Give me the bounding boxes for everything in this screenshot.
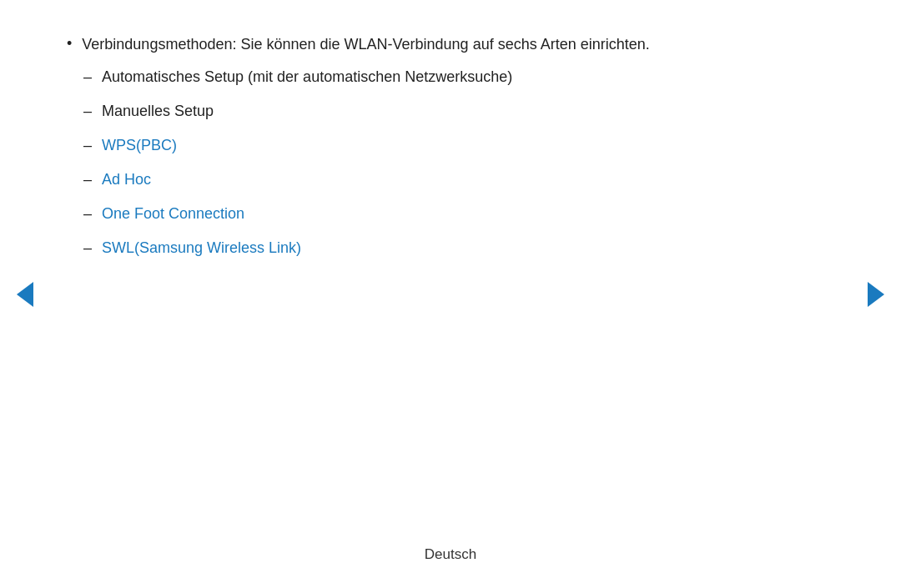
list-item: – Automatisches Setup (mit der automatis… — [83, 66, 834, 88]
language-label: Deutsch — [425, 546, 476, 562]
swl-link[interactable]: SWL(Samsung Wireless Link) — [102, 237, 301, 259]
list-item: – Manuelles Setup — [83, 100, 834, 123]
dash-symbol: – — [83, 203, 92, 225]
dash-symbol: – — [83, 168, 92, 191]
ad-hoc-link[interactable]: Ad Hoc — [102, 168, 151, 191]
page-container: • Verbindungsmethoden: Sie können die WL… — [0, 0, 901, 588]
sub-item-text: Automatisches Setup (mit der automatisch… — [102, 66, 512, 88]
dash-symbol: – — [83, 100, 92, 123]
content-area: • Verbindungsmethoden: Sie können die WL… — [0, 0, 901, 530]
wps-pbc-link[interactable]: WPS(PBC) — [102, 134, 177, 157]
main-bullet-text: Verbindungsmethoden: Sie können die WLAN… — [82, 33, 649, 56]
list-item[interactable]: – SWL(Samsung Wireless Link) — [83, 237, 834, 259]
dash-symbol: – — [83, 134, 92, 157]
list-item[interactable]: – Ad Hoc — [83, 168, 834, 191]
main-bullet: • Verbindungsmethoden: Sie können die WL… — [67, 33, 834, 56]
bullet-symbol: • — [67, 35, 72, 53]
dash-symbol: – — [83, 66, 92, 88]
sub-list: – Automatisches Setup (mit der automatis… — [83, 66, 834, 259]
dash-symbol: – — [83, 237, 92, 259]
one-foot-connection-link[interactable]: One Foot Connection — [102, 203, 244, 225]
sub-item-text: Manuelles Setup — [102, 100, 214, 123]
language-footer: Deutsch — [0, 530, 901, 588]
list-item[interactable]: – WPS(PBC) — [83, 134, 834, 157]
list-item[interactable]: – One Foot Connection — [83, 203, 834, 225]
